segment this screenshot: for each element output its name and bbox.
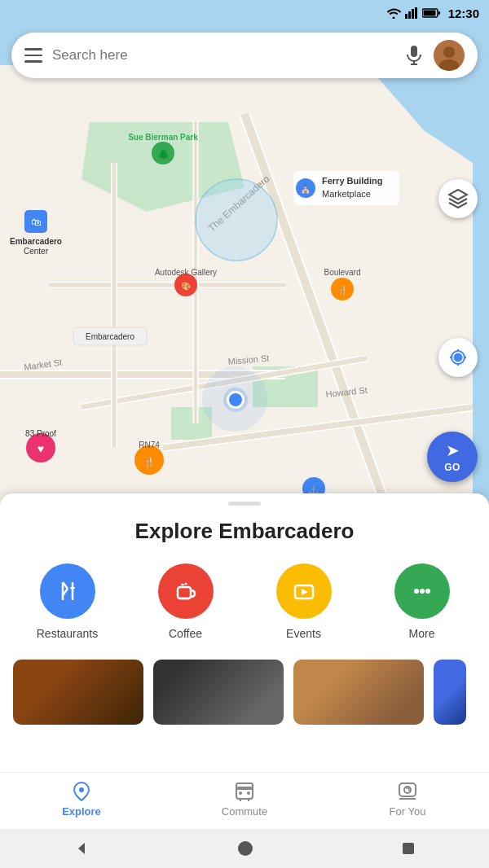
- svg-text:Autodesk Gallery: Autodesk Gallery: [155, 268, 217, 277]
- card-4[interactable]: [434, 660, 466, 725]
- user-avatar[interactable]: [434, 40, 465, 71]
- svg-text:83 Proof: 83 Proof: [25, 429, 56, 438]
- card-2[interactable]: [153, 660, 284, 725]
- svg-text:Sue Bierman Park: Sue Bierman Park: [128, 133, 198, 142]
- wifi-icon: [386, 7, 401, 19]
- go-label: GO: [444, 462, 460, 473]
- menu-button[interactable]: [24, 48, 42, 63]
- svg-text:RN74: RN74: [139, 441, 160, 449]
- status-bar: 12:30: [0, 0, 489, 26]
- svg-text:Embarcadero: Embarcadero: [86, 332, 134, 341]
- explore-title: Explore Embarcadero: [0, 519, 489, 544]
- nav-explore[interactable]: Explore: [0, 781, 163, 818]
- svg-point-63: [443, 46, 455, 58]
- card-3[interactable]: [293, 660, 424, 725]
- svg-text:Center: Center: [24, 247, 49, 256]
- svg-text:🌲: 🌲: [157, 147, 170, 160]
- explore-nav-icon: [71, 781, 92, 802]
- map-container[interactable]: The Embarcadero Market St Howard St Miss…: [0, 0, 489, 521]
- restaurants-label: Restaurants: [37, 627, 98, 640]
- svg-point-92: [404, 787, 411, 793]
- category-coffee[interactable]: Coffee: [141, 563, 231, 640]
- svg-rect-6: [438, 11, 440, 15]
- bottom-nav: Explore Commute For You: [0, 772, 489, 829]
- svg-text:♥: ♥: [37, 442, 44, 455]
- category-events[interactable]: Events: [259, 563, 349, 640]
- svg-text:🍴: 🍴: [337, 285, 348, 296]
- svg-rect-3: [415, 7, 417, 19]
- svg-rect-2: [412, 9, 414, 19]
- svg-text:🍴: 🍴: [143, 456, 155, 467]
- svg-text:🛍: 🛍: [31, 216, 42, 228]
- back-button[interactable]: [73, 840, 90, 857]
- android-nav-bar: [0, 829, 489, 868]
- svg-text:Ferry Building: Ferry Building: [322, 176, 383, 186]
- sheet-handle: [228, 502, 261, 506]
- bottom-sheet: Explore Embarcadero Restaurants: [0, 493, 489, 868]
- coffee-label: Coffee: [169, 627, 202, 640]
- svg-rect-96: [403, 843, 414, 854]
- svg-point-89: [239, 791, 242, 795]
- svg-marker-8: [0, 65, 473, 521]
- svg-text:Marketplace: Marketplace: [322, 189, 371, 199]
- svg-point-81: [414, 589, 419, 594]
- svg-marker-65: [449, 190, 467, 199]
- more-label: More: [409, 627, 435, 640]
- svg-text:Embarcadero: Embarcadero: [10, 237, 62, 246]
- svg-rect-0: [405, 14, 408, 19]
- search-bar[interactable]: [11, 33, 478, 78]
- svg-rect-77: [178, 587, 191, 598]
- status-icons: [386, 7, 440, 19]
- events-icon: [276, 563, 332, 619]
- categories-row: Restaurants Coffee Events: [0, 563, 489, 640]
- events-label: Events: [286, 627, 321, 640]
- category-more[interactable]: More: [377, 563, 467, 640]
- svg-marker-94: [78, 843, 85, 854]
- status-time: 12:30: [448, 7, 479, 20]
- svg-rect-91: [399, 783, 416, 796]
- coffee-icon: [158, 563, 214, 619]
- map-layer-button[interactable]: [438, 179, 478, 218]
- nav-explore-label: Explore: [62, 805, 101, 818]
- battery-icon: [422, 8, 440, 18]
- svg-rect-1: [408, 11, 411, 19]
- svg-rect-59: [411, 46, 417, 57]
- svg-point-82: [420, 589, 425, 594]
- more-icon: [394, 563, 450, 619]
- svg-marker-80: [302, 589, 308, 595]
- restaurants-icon: [40, 563, 95, 619]
- go-button[interactable]: ➤ GO: [427, 432, 478, 482]
- svg-text:🎨: 🎨: [181, 281, 192, 292]
- nav-for-you[interactable]: For You: [326, 781, 489, 818]
- search-input[interactable]: [52, 47, 394, 64]
- nav-commute-label: Commute: [222, 805, 267, 818]
- commute-nav-icon: [234, 781, 255, 802]
- svg-point-66: [454, 353, 462, 362]
- svg-point-90: [247, 791, 250, 795]
- svg-text:Boulevard: Boulevard: [324, 268, 360, 277]
- nav-commute[interactable]: Commute: [163, 781, 326, 818]
- user-location-dot: [227, 391, 244, 409]
- category-restaurants[interactable]: Restaurants: [23, 563, 112, 640]
- for-you-nav-icon: [397, 781, 418, 802]
- svg-rect-5: [423, 11, 435, 16]
- cards-row: [0, 660, 489, 725]
- signal-icon: [405, 7, 418, 19]
- svg-point-30: [196, 179, 277, 261]
- recents-button[interactable]: [401, 841, 416, 856]
- card-1[interactable]: [13, 660, 143, 725]
- svg-text:⛪: ⛪: [300, 182, 311, 194]
- svg-point-83: [425, 589, 430, 594]
- microphone-button[interactable]: [404, 46, 424, 65]
- nav-for-you-label: For You: [390, 805, 426, 818]
- svg-point-84: [79, 787, 84, 792]
- svg-point-95: [238, 841, 253, 856]
- go-arrow-icon: ➤: [446, 441, 460, 460]
- home-button[interactable]: [236, 840, 254, 857]
- location-button[interactable]: [438, 338, 478, 377]
